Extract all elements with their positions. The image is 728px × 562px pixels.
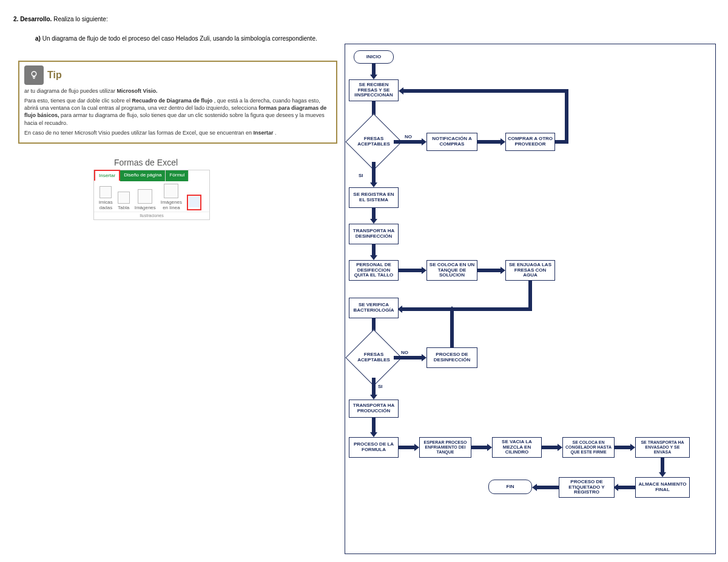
tip-3a: En caso de no tener Microsoft Visio pued… [24,130,254,136]
tip-2a: Para esto, tienes que dar doble clic sob… [24,98,132,104]
tip-2e: para armar tu diagrama de flujo, solo ti… [24,112,325,125]
node-inicio: INICIO [354,50,394,64]
ribbon-img: Imágenes [135,205,156,210]
label-si-1: SI [359,173,363,178]
tip-line-3: En caso de no tener Microsoft Visio pued… [24,129,331,136]
node-esperar: ESPERAR PROCESO ENFRIAMIENTO DEl TANQUE [419,437,471,458]
flowchart-panel: INICIO SE RECIBEN FRESAS Y SE IINSPECCIO… [345,44,716,554]
picture-icon [138,189,152,204]
node-formula: PROCESO DE LA FORMULA [349,437,399,458]
section-number: 2. [13,16,18,22]
question-text: Un diagrama de flujo de todo el proceso … [42,35,317,42]
label-no-2: NO [401,350,408,355]
node-notificacion: NOTIFICACIÓN A COMPRAS [426,133,477,151]
tip-1b: Microsoft Visio. [117,88,158,94]
ribbon-tab-design[interactable]: Diseño de página [120,170,166,181]
excel-ribbon: Insertar Diseño de página Fórmul imicas … [93,170,210,220]
node-enjuaga: SE ENJUAGA LAS FRESAS CON AGUA [505,260,555,281]
node-decision-1: FRESAS ACEPTABLES [354,122,394,162]
ribbon-dyn1: imicas [99,199,113,205]
node-vacia: SE VACIA LA MEZCLA EN CILINDRO [492,437,542,458]
node-decision-2: FRESAS ACEPTABLES [354,338,394,378]
tip-callout: Tip ar tu diagrama de flujo puedes utili… [18,61,337,144]
shapes-icon [189,196,200,207]
node-verifica: SE VERIFICA BACTERIOLOGÍA [349,298,399,318]
label-no-1: NO [405,134,412,139]
ribbon-group-label: Ilustraciones [94,212,209,219]
ribbon-dyn2: dadas [99,205,112,210]
svg-point-0 [32,72,36,76]
node-dec1-text: FRESAS ACEPTABLES [354,122,394,162]
node-transporta-envasa: SE TRANSPORTA HA ENVASADO Y SE ENVASA [635,437,690,458]
grid-icon [118,192,130,204]
node-congelador: SE COLOCA EN CONGELADOR HASTA QUE ESTE F… [562,437,615,458]
node-etiquetado: PROCESO DE ETIQUETADO Y REGISTRO [559,477,615,498]
tip-1a: ar tu diagrama de flujo puedes utilizar [24,88,117,94]
node-transporta-desinf: TRANSPORTA HA DESINFECCIÓN [349,224,399,244]
node-reciben: SE RECIBEN FRESAS Y SE IINSPECCIONAN [349,79,399,101]
ribbon-tabla: Tabla [118,205,129,210]
ribbon-tab-formulas[interactable]: Fórmul [166,170,189,181]
tip-3c: . [275,130,277,136]
node-comprar: COMPRAR A OTRO PROVEEDOR [505,133,555,151]
node-dec2-text: FRESAS ACEPTABLES [354,338,394,378]
section-title: Desarrollo. [20,16,52,22]
node-coloca-solucion: SE COLOCA EN UN TANQUE DE SOLUCION [426,260,477,281]
ribbon-btn-table[interactable]: Tabla [118,192,130,210]
section-header: 2. Desarrollo. Realiza lo siguiente: [13,16,108,22]
tip-3b: Insertar [254,130,274,136]
label-si-2: SI [378,384,383,389]
picture-online-icon [164,184,178,198]
tip-line-1: ar tu diagrama de flujo puedes utilizar … [24,87,331,95]
question-a: a) Un diagrama de flujo de todo el proce… [35,35,317,42]
tip-2b: Recuadro de Diagrama de flujo [132,98,213,104]
ribbon-btn-images-online[interactable]: Imágenes en línea [161,184,182,210]
tip-line-2: Para esto, tienes que dar doble clic sob… [24,97,331,127]
ribbon-imgol1: Imágenes [161,199,182,205]
node-almacen: ALMACE NAMIENTO FINAL [635,477,690,498]
node-proceso-desinf: PROCESO DE DESINFECCIÓN [426,347,477,368]
table-icon [99,186,112,198]
ribbon-btn-dynamic-tables[interactable]: imicas dadas [99,186,113,210]
tip-title: Tip [47,69,62,82]
ribbon-btn-images[interactable]: Imágenes [135,189,156,210]
question-label: a) [35,35,41,42]
excel-caption: Formas de Excel [114,158,178,167]
ribbon-btn-shapes[interactable] [187,195,201,210]
lightbulb-icon [24,65,44,85]
node-transporta-prod: TRANSPORTA HA PRODUCCIÓN [349,400,399,418]
node-registra: SE REGISTRA EN EL SISTEMA [349,187,399,208]
node-fin: FIN [488,480,532,494]
ribbon-tab-insert[interactable]: Insertar [94,170,120,181]
ribbon-imgol2: en línea [163,205,180,210]
section-tail: Realiza lo siguiente: [53,16,108,22]
node-personal: PERSONAL DE DESIFECCION QUITA EL TALLO [349,260,399,281]
